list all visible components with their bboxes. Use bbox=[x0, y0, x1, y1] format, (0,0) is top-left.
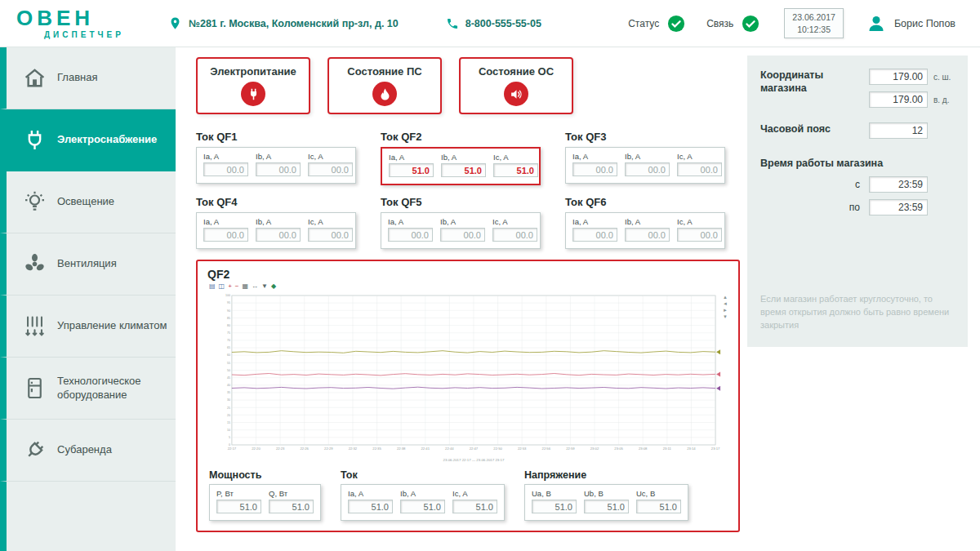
open-time-input[interactable] bbox=[869, 176, 928, 193]
breaker-qf5[interactable]: Ток QF5 Ia, A Ib, A Ic, A bbox=[381, 196, 541, 249]
right-column: Координаты магазина с. ш. в. д. bbox=[747, 47, 980, 551]
qf2-ib-input[interactable] bbox=[441, 163, 486, 177]
scroll-right-icon[interactable]: ► bbox=[723, 308, 728, 313]
power-supply-alarm-button[interactable]: Электропитание bbox=[196, 57, 310, 114]
power-q-input[interactable] bbox=[269, 500, 314, 513]
sublease-icon bbox=[23, 438, 47, 462]
svg-text:23:17: 23:17 bbox=[711, 447, 720, 451]
fire-alarm-button[interactable]: Состояние ПС bbox=[327, 57, 442, 114]
qf5-ic-input[interactable] bbox=[492, 228, 537, 242]
zoom-out-icon[interactable]: − bbox=[235, 283, 239, 290]
sidebar-filler bbox=[0, 482, 176, 551]
longitude-suffix: в. д. bbox=[933, 96, 955, 104]
logo[interactable]: ОВЕН ДИСПЕТЧЕР bbox=[16, 7, 157, 39]
svg-text:15: 15 bbox=[227, 421, 230, 424]
scroll-left-icon[interactable]: ◄ bbox=[723, 301, 728, 306]
breaker-title: Ток QF6 bbox=[565, 196, 725, 208]
qf3-ib-input[interactable] bbox=[625, 162, 670, 176]
close-time-input[interactable] bbox=[869, 199, 928, 216]
sidebar-item-label: Управление климатом bbox=[57, 319, 167, 332]
qf4-ia-input[interactable] bbox=[203, 228, 248, 242]
current-ib-input[interactable] bbox=[400, 500, 445, 513]
qf4-ic-input[interactable] bbox=[308, 228, 353, 242]
svg-text:35: 35 bbox=[227, 391, 230, 394]
qf2-detail-panel: QF2 ▤◫+−▦↔▼◆ ▲◄►▼ 0510152025303540455055… bbox=[196, 260, 740, 532]
qf3-ia-input[interactable] bbox=[572, 162, 617, 176]
breaker-qf6[interactable]: Ток QF6 Ia, A Ib, A Ic, A bbox=[565, 196, 725, 249]
qf3-ic-input[interactable] bbox=[677, 162, 722, 176]
svg-text:22:20: 22:20 bbox=[252, 447, 261, 451]
sidebar-item-lighting[interactable]: Освещение bbox=[0, 171, 176, 233]
zoom-in-icon[interactable]: + bbox=[228, 283, 232, 290]
current-ic-input[interactable] bbox=[452, 500, 497, 513]
qf6-ib-input[interactable] bbox=[625, 228, 670, 242]
qf5-ib-input[interactable] bbox=[440, 228, 485, 242]
grid-icon[interactable]: ▦ bbox=[242, 283, 248, 290]
export-icon[interactable]: ▼ bbox=[261, 283, 268, 290]
breaker-qf3[interactable]: Ток QF3 Ia, A Ib, A Ic, A bbox=[565, 131, 725, 185]
link-check-icon bbox=[742, 15, 760, 33]
breaker-title: Ток QF2 bbox=[381, 131, 541, 143]
legend-icon[interactable]: ◆ bbox=[271, 283, 276, 290]
timezone-input[interactable] bbox=[869, 122, 928, 139]
datetime-display: 23.06.2017 10:12:35 bbox=[784, 8, 844, 38]
link-indicator: Связь bbox=[706, 15, 760, 33]
trend-chart[interactable]: 0510152025303540455055606570758085909510… bbox=[207, 291, 728, 464]
breaker-qf2[interactable]: Ток QF2 Ia, A Ib, A Ic, A bbox=[381, 131, 541, 185]
sidebar-item-label: Освещение bbox=[57, 195, 114, 208]
qf2-ic-input[interactable] bbox=[493, 163, 538, 177]
longitude-input[interactable] bbox=[869, 91, 928, 108]
sidebar-item-equipment[interactable]: Технологическое оборудование bbox=[0, 358, 176, 420]
sidebar-item-climate[interactable]: Управление климатом bbox=[0, 295, 176, 358]
security-alarm-button[interactable]: Состояние ОС bbox=[459, 57, 573, 114]
trend-chart-area: ▤◫+−▦↔▼◆ ▲◄►▼ 05101520253035404550556065… bbox=[207, 282, 728, 464]
qf1-ib-input[interactable] bbox=[256, 162, 301, 176]
voltage-uc-input[interactable] bbox=[636, 500, 681, 513]
user-info[interactable]: Борис Попов bbox=[866, 14, 956, 33]
svg-text:65: 65 bbox=[227, 346, 230, 349]
latitude-input[interactable] bbox=[869, 69, 928, 85]
qf6-ia-input[interactable] bbox=[572, 228, 617, 242]
sidebar-item-ventilation[interactable]: Вентиляция bbox=[0, 233, 176, 295]
field-label: Ic, A bbox=[493, 153, 538, 162]
current-ia-input[interactable] bbox=[348, 500, 393, 513]
copy-icon[interactable]: ◫ bbox=[219, 283, 225, 290]
field-label: Q, Вт bbox=[269, 489, 314, 498]
breaker-qf1[interactable]: Ток QF1 Ia, A Ib, A Ic, A bbox=[196, 131, 356, 185]
qf5-ia-input[interactable] bbox=[388, 228, 433, 242]
qf4-ib-input[interactable] bbox=[256, 228, 301, 242]
worktime-label: Время работы магазина bbox=[760, 157, 955, 170]
panel-title: QF2 bbox=[207, 268, 728, 281]
voltage-ua-input[interactable] bbox=[532, 500, 577, 513]
field-label: Ia, A bbox=[203, 152, 248, 161]
voltage-ub-input[interactable] bbox=[584, 500, 629, 513]
scroll-down-icon[interactable]: ▼ bbox=[723, 314, 728, 319]
svg-text:23.06.2017 22:17 — 23.06.2017: 23.06.2017 22:17 — 23.06.2017 23:17 bbox=[443, 458, 505, 462]
breaker-values: Ia, A Ib, A Ic, A bbox=[381, 147, 541, 185]
qf1-ia-input[interactable] bbox=[203, 162, 248, 176]
sidebar-item-power-supply[interactable]: Электроснабжение bbox=[0, 109, 176, 171]
pan-icon[interactable]: ↔ bbox=[252, 283, 258, 290]
logo-title: ОВЕН bbox=[16, 7, 157, 29]
coordinates-row: Координаты магазина с. ш. в. д. bbox=[760, 69, 955, 108]
location-pin-icon bbox=[168, 16, 182, 30]
sidebar-item-sublease[interactable]: Субаренда bbox=[0, 420, 176, 482]
field-label: Ib, A bbox=[625, 152, 670, 161]
scroll-up-icon[interactable]: ▲ bbox=[723, 295, 728, 300]
time-text: 10:12:35 bbox=[792, 24, 835, 35]
support-phone: 8-800-555-55-05 bbox=[446, 17, 541, 30]
qf2-ia-input[interactable] bbox=[389, 163, 434, 177]
sidebar-item-home[interactable]: Главная bbox=[0, 47, 176, 109]
breaker-qf4[interactable]: Ток QF4 Ia, A Ib, A Ic, A bbox=[196, 196, 356, 249]
qf1-ic-input[interactable] bbox=[308, 162, 353, 176]
field-label: Ib, A bbox=[400, 489, 445, 498]
field-label: Ic, A bbox=[677, 152, 722, 161]
svg-text:22:56: 22:56 bbox=[542, 447, 551, 451]
menu-icon[interactable]: ▤ bbox=[209, 283, 216, 290]
power-p-input[interactable] bbox=[216, 500, 261, 513]
svg-text:22:38: 22:38 bbox=[397, 447, 406, 451]
qf6-ic-input[interactable] bbox=[677, 228, 722, 242]
sidebar-item-label: Субаренда bbox=[57, 443, 112, 456]
breaker-values: Ia, A Ib, A Ic, A bbox=[196, 212, 356, 249]
svg-text:25: 25 bbox=[227, 407, 230, 410]
